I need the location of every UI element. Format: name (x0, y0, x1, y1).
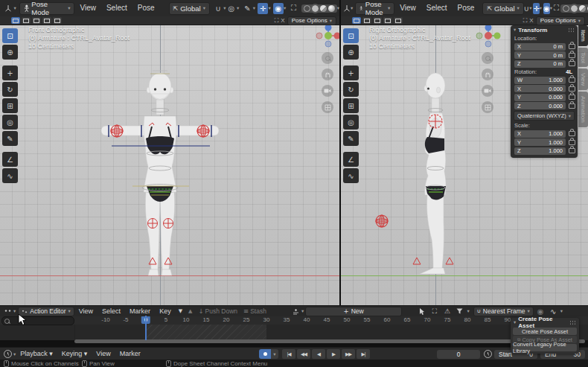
playhead[interactable] (145, 316, 147, 340)
rotation-w-field[interactable]: W1.000 (514, 77, 566, 84)
action-unlink-button[interactable]: ▼ (176, 307, 185, 316)
overlays-toggle-icon[interactable]: ◉ (273, 3, 284, 14)
overlays-toggle-icon-2[interactable]: ◉ (543, 3, 550, 14)
channel-search-field[interactable] (1, 316, 74, 325)
mirror-x-label-2[interactable]: X (529, 17, 533, 24)
tool-scale[interactable]: ⊞ (2, 98, 18, 113)
tool-cursor[interactable]: ⊕ (2, 45, 18, 60)
editor-type-caret-2[interactable]: ▾ (351, 5, 353, 11)
only-errors-warning-icon[interactable]: ⚠ (441, 307, 453, 316)
menu-marker[interactable]: Marker (125, 306, 155, 316)
shading-wireframe-icon-2[interactable] (563, 5, 569, 12)
rotation-y-lock-icon[interactable] (569, 95, 575, 100)
select-mode-intersect-icon[interactable] (53, 17, 62, 24)
rotation-x-lock-icon[interactable] (569, 86, 575, 92)
scale-z-field[interactable]: Z1.000 (514, 147, 566, 155)
new-action-button[interactable]: +New (305, 307, 402, 316)
scale-z-lock-icon[interactable] (569, 148, 575, 153)
viewport-front-canvas[interactable] (0, 25, 339, 305)
play-button[interactable]: ▶ (327, 349, 340, 359)
tool-pose-breakdowner[interactable]: ∿ (2, 168, 18, 183)
location-z-field[interactable]: Z0 m (514, 60, 566, 68)
location-y-field[interactable]: Y0 m (514, 51, 566, 59)
menu-view[interactable]: View (74, 306, 98, 316)
navigation-gizmo[interactable] (315, 22, 342, 49)
auto-keying-record-button[interactable] (259, 349, 271, 359)
tool-measure[interactable]: ∠ (343, 152, 359, 167)
menu-view[interactable]: View (92, 348, 115, 360)
panel-grip-icon[interactable] (568, 28, 575, 33)
create-pose-asset-header[interactable]: ▾ Create Pose Asset (511, 318, 579, 327)
select-mode-set-icon[interactable] (352, 17, 361, 24)
filter-caret[interactable]: ▾ (467, 308, 469, 314)
mirror-x-label[interactable]: X (281, 17, 284, 24)
tool-move[interactable]: + (343, 66, 359, 80)
asset-panel-grip-icon[interactable] (569, 320, 576, 325)
scale-x-field[interactable]: X1.000 (514, 130, 566, 138)
proportional-edit-icon[interactable]: ◉ (535, 307, 546, 316)
select-mode-invert-icon[interactable] (42, 17, 51, 24)
select-mode-extend-icon[interactable] (22, 17, 31, 24)
falloff-caret[interactable]: ▾ (560, 308, 563, 314)
shading-solid-icon[interactable] (312, 5, 319, 12)
mode-selector[interactable]: Pose Mode▾ (19, 2, 75, 15)
annotate-pen-icon[interactable]: ✎ (242, 3, 252, 14)
rotation-4l-badge[interactable]: 4L (566, 68, 572, 75)
select-mode-subtract-icon[interactable] (32, 17, 41, 24)
select-mode-extend-icon[interactable] (362, 17, 371, 24)
select-mode-intersect-icon[interactable] (394, 17, 403, 24)
transform-orientation[interactable]: ⇱ Global▾ (169, 2, 210, 15)
dopesheet-ruler[interactable]: -10-505101520253035404550556065707580859… (0, 316, 588, 325)
menu-select[interactable]: Select (101, 0, 132, 16)
select-mode-set-icon[interactable] (11, 17, 20, 24)
pose-options-dropdown-2[interactable]: Pose Options▾ (536, 16, 585, 25)
sidebar-tab-animation[interactable]: Animation (578, 92, 588, 127)
menu-pose[interactable]: Pose (453, 0, 480, 16)
tool-select-box[interactable]: ⊡ (343, 28, 359, 43)
tool-annotate[interactable]: ✎ (343, 131, 359, 146)
previous-keyframe-button[interactable]: ◀◀ (297, 349, 310, 359)
menu-select[interactable]: Select (98, 306, 125, 316)
gizmo-small-icon-2[interactable]: ⛶ (523, 17, 528, 25)
scale-x-lock-icon[interactable] (569, 131, 575, 136)
select-mode-subtract-icon[interactable] (373, 17, 382, 24)
xray-toggle-icon[interactable]: ⛶ (288, 3, 298, 14)
dopesheet-channel-region[interactable] (0, 325, 588, 340)
browse-action-icon[interactable] (290, 307, 301, 316)
menu-keying[interactable]: Keying ▾ (57, 348, 92, 360)
action-up-button[interactable]: ▲ (185, 307, 195, 316)
only-selected-cursor-icon[interactable] (416, 307, 427, 316)
menu-key[interactable]: Key (155, 306, 176, 316)
gizmo-toggle-icon[interactable]: ✛ (258, 3, 268, 14)
transform-panel-header[interactable]: ▾ Transform (511, 25, 578, 34)
location-z-lock-icon[interactable] (569, 61, 575, 66)
menu-pose[interactable]: Pose (132, 0, 160, 16)
shading-rendered-icon[interactable] (328, 5, 335, 12)
pose-options-dropdown[interactable]: Pose Options▾ (287, 16, 336, 25)
tool-measure[interactable]: ∠ (2, 152, 18, 167)
tool-rotate[interactable]: ↻ (343, 82, 359, 97)
transform-orientation-2[interactable]: ⇱ Global▾ (482, 2, 523, 15)
create-pose-asset-button[interactable]: Create Pose Asset (513, 328, 577, 335)
filter-icon[interactable] (454, 307, 465, 316)
zoom-view-button[interactable] (322, 52, 333, 64)
editor-type-icon-2[interactable] (343, 3, 351, 14)
viewport-separator[interactable] (339, 0, 341, 305)
scale-y-field[interactable]: Y1.000 (514, 138, 566, 146)
push-down-button[interactable]: ↓Push Down (195, 307, 240, 316)
shading-material-icon-2[interactable] (579, 5, 586, 12)
timeline-editor-icon[interactable] (4, 350, 12, 358)
dopesheet-editor-icon[interactable] (2, 307, 13, 316)
menu-playback[interactable]: Playback ▾ (16, 348, 57, 360)
rotation-y-field[interactable]: Y0.000 (514, 94, 566, 101)
asset-collapse-caret-icon[interactable]: ▾ (514, 319, 516, 325)
select-mode-invert-icon[interactable] (383, 17, 392, 24)
editor-type-caret[interactable]: ▾ (13, 5, 16, 11)
sidebar-tab-item[interactable]: Item (578, 25, 588, 46)
scale-y-lock-icon[interactable] (569, 140, 575, 145)
pan-view-button-2[interactable] (482, 68, 493, 80)
sidebar-tab-tool[interactable]: Tool (578, 48, 588, 68)
menu-view[interactable]: View (394, 0, 421, 16)
next-keyframe-button[interactable]: ▶▶ (342, 349, 355, 359)
camera-view-button-2[interactable] (482, 85, 493, 97)
